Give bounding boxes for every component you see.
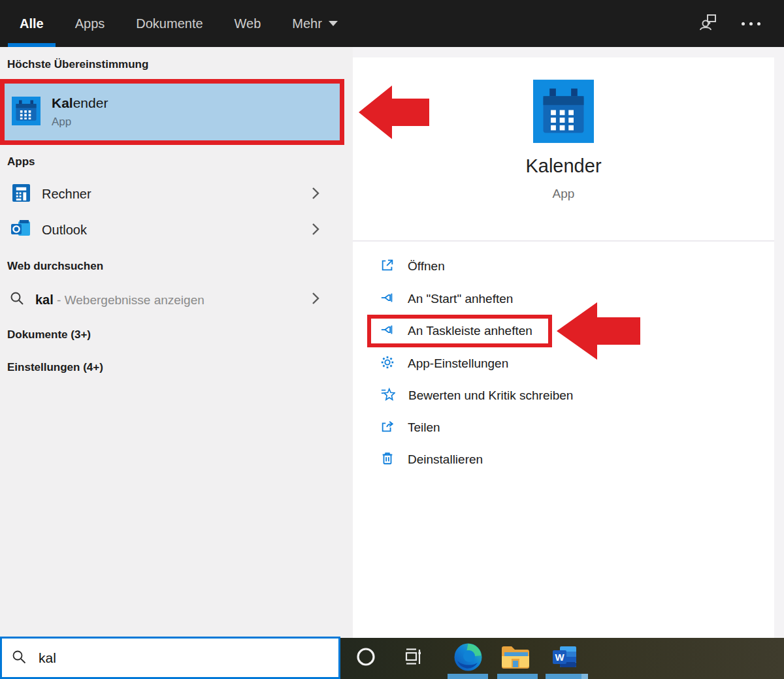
result-outlook[interactable]: Outlook xyxy=(0,215,344,245)
chevron-right-icon[interactable] xyxy=(311,187,320,202)
best-match-header: Höchste Übereinstimmung xyxy=(7,58,148,71)
settings-section-header[interactable]: Einstellungen (4+) xyxy=(7,361,103,374)
edge-button[interactable] xyxy=(452,642,483,674)
edge-running-indicator xyxy=(448,674,488,679)
action-share-label: Teilen xyxy=(408,420,440,435)
tab-apps-label: Apps xyxy=(75,16,105,31)
action-open[interactable]: Öffnen xyxy=(380,251,445,282)
folder-icon xyxy=(500,644,531,672)
action-pin-start-label: An "Start" anheften xyxy=(408,292,513,306)
rate-review-icon xyxy=(380,387,395,404)
outlook-icon xyxy=(11,220,31,240)
calendar-icon xyxy=(12,97,41,128)
tab-mehr[interactable]: Mehr xyxy=(289,0,340,47)
action-rate-review-label: Bewerten und Kritik schreiben xyxy=(408,388,573,403)
task-view-icon xyxy=(402,646,424,671)
app-type: App xyxy=(353,187,774,201)
app-name: Kalender xyxy=(353,155,774,177)
result-rechner-label: Rechner xyxy=(42,187,91,202)
web-search-result[interactable]: kal - Webergebnisse anzeigen xyxy=(0,284,344,315)
chevron-down-icon xyxy=(329,21,338,26)
tab-web-label: Web xyxy=(235,16,261,31)
annotation-arrow-pin-taskbar xyxy=(557,302,640,360)
action-open-label: Öffnen xyxy=(408,259,445,274)
chevron-right-icon[interactable] xyxy=(311,292,320,308)
edge-icon xyxy=(453,642,483,674)
search-icon xyxy=(11,649,27,667)
task-view-button[interactable] xyxy=(397,642,429,674)
file-explorer-button[interactable] xyxy=(500,642,531,674)
trash-icon xyxy=(380,451,395,468)
search-results-panel: Höchste Übereinstimmung Kalende xyxy=(0,47,353,638)
pin-icon xyxy=(380,291,395,308)
filter-tabs: Alle Apps Dokumente Web Mehr xyxy=(0,0,367,47)
taskbar-search-input[interactable]: kal xyxy=(0,637,340,679)
best-match-result-kalender[interactable]: Kalender App xyxy=(0,79,344,145)
documents-section-header[interactable]: Dokumente (3+) xyxy=(7,328,91,341)
taskbar: W xyxy=(340,638,784,679)
tab-alle-label: Alle xyxy=(20,16,44,31)
cortana-circle-icon xyxy=(355,646,376,670)
svg-text:W: W xyxy=(555,652,564,663)
chevron-right-icon[interactable] xyxy=(311,223,320,238)
action-uninstall-label: Deinstallieren xyxy=(408,452,483,467)
more-options-icon[interactable] xyxy=(742,22,760,25)
gear-icon xyxy=(380,355,395,372)
action-pin-taskbar-label: An Taskleiste anheften xyxy=(408,324,532,338)
cortana-button[interactable] xyxy=(350,642,382,674)
action-uninstall[interactable]: Deinstallieren xyxy=(380,444,483,475)
result-rechner[interactable]: Rechner xyxy=(0,180,344,209)
action-app-settings-label: App-Einstellungen xyxy=(408,356,508,371)
action-pin-taskbar[interactable]: An Taskleiste anheften xyxy=(367,315,552,347)
open-icon xyxy=(380,258,395,275)
windows-search-screen: Alle Apps Dokumente Web Mehr xyxy=(0,0,784,679)
result-outlook-label: Outlook xyxy=(42,223,87,238)
action-rate-review[interactable]: Bewerten und Kritik schreiben xyxy=(380,380,573,411)
annotation-arrow-best-match xyxy=(359,86,429,140)
tab-apps[interactable]: Apps xyxy=(73,0,108,47)
action-app-settings[interactable]: App-Einstellungen xyxy=(380,348,508,379)
explorer-running-indicator xyxy=(497,674,538,679)
apps-section-header: Apps xyxy=(7,155,35,168)
tab-mehr-label: Mehr xyxy=(292,16,322,31)
feedback-person-icon[interactable] xyxy=(698,12,718,35)
tab-dokumente[interactable]: Dokumente xyxy=(133,0,205,47)
search-query-text: kal xyxy=(39,650,56,666)
search-icon xyxy=(9,291,25,309)
word-running-indicator xyxy=(546,674,588,679)
tab-web[interactable]: Web xyxy=(232,0,264,47)
word-icon: W xyxy=(553,646,577,671)
action-pin-start[interactable]: An "Start" anheften xyxy=(380,283,513,315)
search-filter-bar: Alle Apps Dokumente Web Mehr xyxy=(0,0,784,47)
best-match-type: App xyxy=(52,116,108,129)
best-match-title: Kalender xyxy=(52,95,108,110)
tab-dokumente-label: Dokumente xyxy=(136,16,203,31)
web-section-header: Web durchsuchen xyxy=(7,260,103,273)
word-button[interactable]: W xyxy=(549,642,580,674)
action-share[interactable]: Teilen xyxy=(380,412,440,443)
tab-alle[interactable]: Alle xyxy=(17,0,46,47)
calculator-icon xyxy=(12,184,30,204)
pin-icon xyxy=(380,323,395,340)
web-search-label: kal - Webergebnisse anzeigen xyxy=(35,292,204,308)
calendar-icon xyxy=(533,80,594,146)
divider xyxy=(353,240,774,242)
share-icon xyxy=(380,419,395,436)
